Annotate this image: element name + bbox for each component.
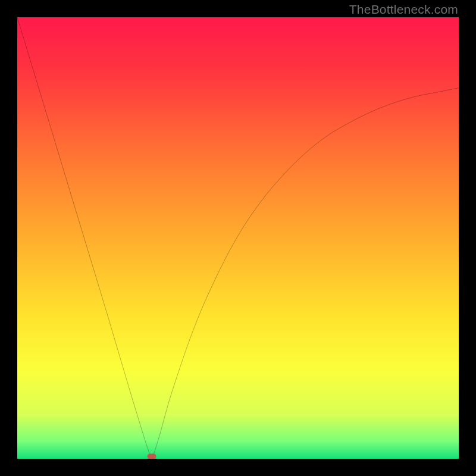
plot-area <box>17 17 459 459</box>
minimum-marker <box>148 454 156 459</box>
bottleneck-curve <box>17 17 459 459</box>
watermark-text: TheBottleneck.com <box>349 2 458 17</box>
chart-frame: TheBottleneck.com <box>0 0 476 476</box>
